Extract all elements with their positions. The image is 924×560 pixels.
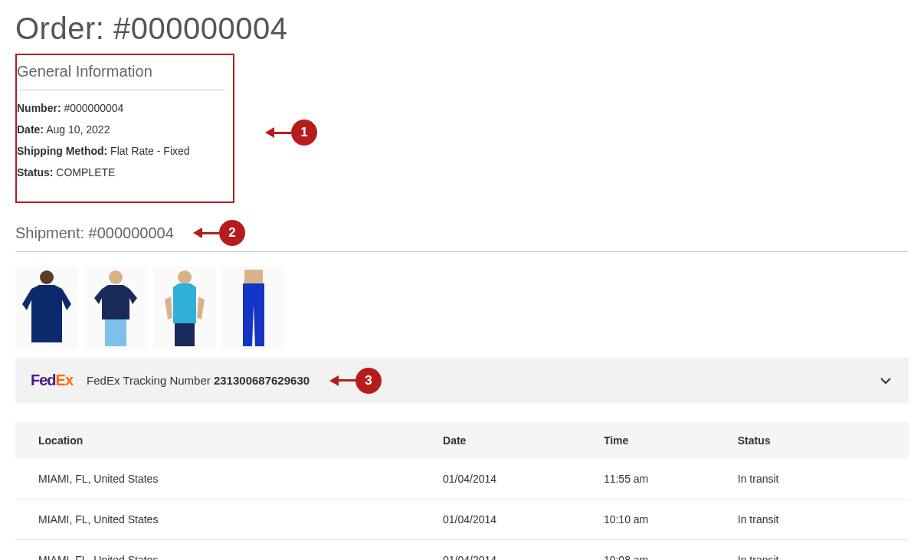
tracking-label: FedEx Tracking Number 231300687629630	[87, 374, 310, 387]
status-value: COMPLETE	[56, 166, 115, 178]
cell-status: In transit	[730, 499, 909, 540]
cell-date: 01/04/2014	[435, 499, 596, 540]
cell-location: MIAMI. FL. United States	[15, 540, 435, 561]
callout-badge: 2	[219, 220, 245, 246]
product-thumbnail[interactable]	[153, 266, 216, 350]
svg-point-3	[178, 270, 192, 284]
tracking-number: 231300687629630	[214, 374, 310, 387]
header-status: Status	[730, 422, 909, 459]
header-time: Time	[596, 422, 730, 459]
callout-1: 1	[265, 120, 317, 146]
fedex-logo-icon: FedEx	[31, 372, 73, 389]
cell-location: MIAMI, FL, United States	[15, 459, 435, 499]
product-image-icon	[15, 266, 78, 350]
date-value: Aug 10, 2022	[46, 123, 110, 136]
info-date: Date: Aug 10, 2022	[17, 123, 225, 136]
product-image-icon	[153, 266, 216, 350]
table-row: MIAMI, FL, United States 01/04/2014 10:1…	[15, 499, 909, 540]
product-image-icon	[222, 266, 285, 350]
shipment-section: Shipment: #000000004 2	[15, 224, 909, 252]
callout-2: 2	[193, 220, 245, 246]
general-info-heading: General Information	[17, 63, 225, 90]
product-thumbnail[interactable]	[15, 266, 78, 350]
number-value: #000000004	[64, 102, 123, 114]
arrow-left-icon	[193, 228, 202, 238]
product-thumbnail[interactable]	[222, 266, 285, 350]
shipping-value: Flat Rate - Fixed	[110, 145, 189, 157]
product-thumbnail[interactable]	[84, 266, 147, 350]
svg-point-0	[40, 270, 54, 284]
date-label: Date:	[17, 123, 44, 136]
shipping-label: Shipping Method:	[17, 145, 107, 157]
info-shipping: Shipping Method: Flat Rate - Fixed	[17, 145, 225, 157]
cell-location: MIAMI, FL, United States	[15, 499, 435, 540]
cell-time: 10:10 am	[596, 499, 730, 540]
arrow-left-icon	[329, 375, 339, 386]
cell-status: In transit	[730, 459, 909, 499]
callout-badge: 1	[291, 120, 317, 146]
product-thumbnails	[15, 266, 909, 350]
tracking-prefix: FedEx Tracking Number	[87, 374, 214, 387]
svg-point-1	[109, 270, 123, 284]
status-label: Status:	[17, 166, 53, 178]
callout-line	[202, 232, 219, 234]
general-info-panel: General Information Number: #000000004 D…	[15, 54, 234, 203]
header-date: Date	[435, 422, 596, 459]
cell-time: 10:08 am	[596, 540, 730, 561]
callout-3: 3	[329, 368, 382, 394]
arrow-left-icon	[265, 127, 274, 138]
table-row: MIAMI, FL, United States 01/04/2014 11:5…	[15, 459, 909, 499]
cell-date: 01/04/2014	[435, 459, 596, 499]
shipment-heading: Shipment: #000000004	[15, 224, 909, 252]
tracking-accordion[interactable]: FedEx FedEx Tracking Number 231300687629…	[15, 358, 909, 403]
table-row: MIAMI. FL. United States 01/04/2014 10:0…	[15, 540, 909, 561]
info-number: Number: #000000004	[17, 102, 225, 114]
cell-date: 01/04/2014	[435, 540, 596, 561]
callout-line	[339, 379, 356, 382]
fedex-ex: Ex	[56, 372, 73, 388]
info-status: Status: COMPLETE	[17, 166, 225, 178]
svg-rect-5	[244, 270, 263, 283]
fedex-fed: Fed	[31, 372, 56, 388]
callout-line	[274, 132, 291, 134]
cell-status: In transit	[730, 540, 909, 561]
svg-rect-2	[105, 319, 126, 346]
table-header-row: Location Date Time Status	[15, 422, 909, 459]
callout-badge: 3	[356, 368, 382, 394]
cell-time: 11:55 am	[596, 459, 730, 499]
number-label: Number:	[17, 102, 61, 114]
svg-rect-4	[175, 323, 195, 346]
header-location: Location	[15, 422, 435, 459]
chevron-down-icon[interactable]	[878, 373, 893, 388]
page-title: Order: #000000004	[15, 0, 909, 54]
tracking-table: Location Date Time Status MIAMI, FL, Uni…	[15, 422, 909, 560]
product-image-icon	[84, 266, 147, 350]
